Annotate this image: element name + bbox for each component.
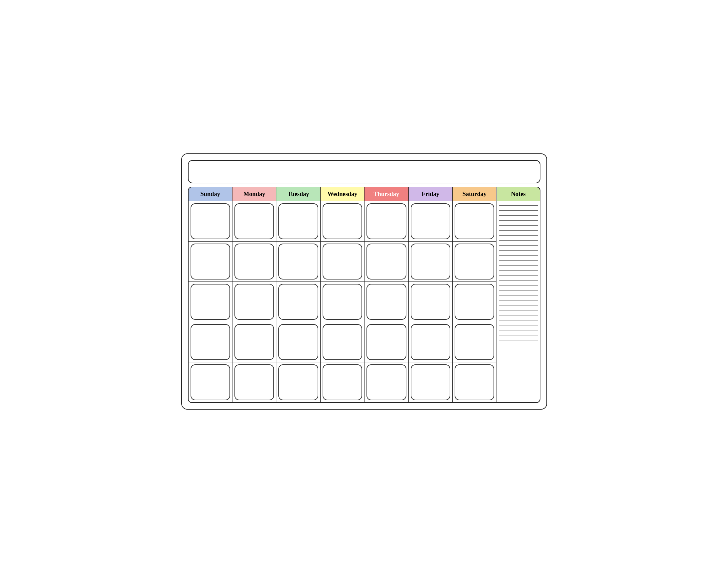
calendar-grid: Sunday Monday Tuesday Wednesday Thursday… [189,187,497,402]
cell-4-fri[interactable] [409,322,453,362]
notes-line [499,220,538,220]
grid-rows [189,201,497,402]
notes-line [499,320,538,321]
notes-line [499,240,538,240]
notes-line [499,225,538,225]
notes-line [499,340,538,341]
grid-row-4 [189,322,497,362]
header-friday: Friday [409,187,453,201]
notes-line [499,300,538,301]
cell-3-thu[interactable] [364,282,408,322]
notes-line [499,250,538,250]
notes-body[interactable] [497,201,540,402]
cell-4-sat[interactable] [453,322,496,362]
cell-3-sun[interactable] [189,282,232,322]
cell-4-wed[interactable] [321,322,364,362]
notes-line [499,205,538,206]
header-row: Sunday Monday Tuesday Wednesday Thursday… [189,187,497,201]
cell-5-tue[interactable] [276,362,320,402]
notes-line [499,310,538,311]
header-sunday: Sunday [189,187,232,201]
notes-line [499,235,538,235]
cell-3-sat[interactable] [453,282,496,322]
notes-column: Notes [497,187,540,402]
grid-row-2 [189,241,497,282]
header-tuesday: Tuesday [276,187,320,201]
notes-line [499,265,538,265]
header-monday: Monday [232,187,276,201]
grid-row-5 [189,362,497,402]
grid-row-1 [189,201,497,241]
notes-line [499,290,538,291]
cell-3-fri[interactable] [409,282,453,322]
cell-4-tue[interactable] [276,322,320,362]
cell-3-wed[interactable] [321,282,364,322]
notes-line [499,255,538,255]
title-bar[interactable] [188,160,540,183]
notes-line [499,285,538,286]
calendar-main: Sunday Monday Tuesday Wednesday Thursday… [188,187,540,403]
notes-line [499,275,538,275]
calendar-wrapper: Sunday Monday Tuesday Wednesday Thursday… [181,153,547,410]
notes-line [499,305,538,306]
cell-4-mon[interactable] [232,322,276,362]
notes-line [499,245,538,245]
cell-2-wed[interactable] [321,241,364,282]
notes-line [499,260,538,260]
notes-line [499,330,538,331]
cell-2-mon[interactable] [232,241,276,282]
notes-line [499,210,538,211]
cell-2-thu[interactable] [364,241,408,282]
notes-line [499,335,538,336]
notes-line [499,270,538,270]
cell-2-fri[interactable] [409,241,453,282]
cell-2-sun[interactable] [189,241,232,282]
cell-5-mon[interactable] [232,362,276,402]
notes-line [499,280,538,280]
notes-line [499,295,538,296]
cell-1-mon[interactable] [232,201,276,241]
notes-line [499,215,538,215]
cell-5-sun[interactable] [189,362,232,402]
cell-4-sun[interactable] [189,322,232,362]
cell-1-fri[interactable] [409,201,453,241]
grid-row-3 [189,282,497,322]
notes-line [499,315,538,316]
notes-header: Notes [497,187,540,201]
header-wednesday: Wednesday [321,187,364,201]
cell-3-mon[interactable] [232,282,276,322]
notes-line [499,325,538,326]
cell-5-fri[interactable] [409,362,453,402]
cell-1-thu[interactable] [364,201,408,241]
cell-2-tue[interactable] [276,241,320,282]
cell-4-thu[interactable] [364,322,408,362]
header-saturday: Saturday [453,187,496,201]
cell-5-sat[interactable] [453,362,496,402]
cell-1-sat[interactable] [453,201,496,241]
cell-1-sun[interactable] [189,201,232,241]
cell-1-wed[interactable] [321,201,364,241]
notes-line [499,230,538,230]
cell-5-wed[interactable] [321,362,364,402]
cell-5-thu[interactable] [364,362,408,402]
header-thursday: Thursday [364,187,408,201]
cell-3-tue[interactable] [276,282,320,322]
cell-2-sat[interactable] [453,241,496,282]
cell-1-tue[interactable] [276,201,320,241]
